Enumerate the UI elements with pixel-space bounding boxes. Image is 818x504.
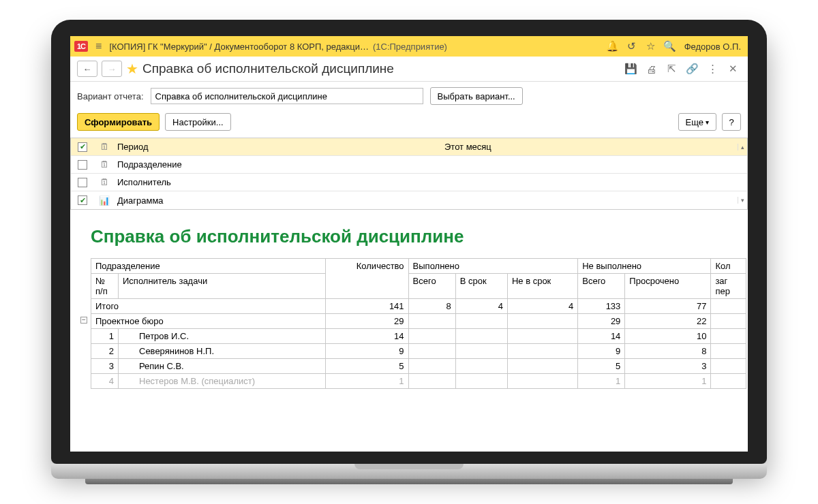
- forward-button: →: [102, 61, 122, 77]
- report-title: Справка об исполнительской дисциплине: [91, 222, 746, 258]
- window-subtitle: (1С:Предприятие): [373, 42, 447, 52]
- menu-icon[interactable]: ≡: [92, 40, 105, 52]
- filter-name: Исполнитель: [115, 177, 444, 187]
- scroll-up-icon[interactable]: ▴: [738, 144, 747, 151]
- variant-label: Вариант отчета:: [77, 91, 144, 101]
- search-icon[interactable]: 🔍: [663, 40, 678, 52]
- favorite-star-icon[interactable]: ★: [126, 61, 138, 77]
- app-window: 1C ≡ [КОПИЯ] ГК "Меркурий" / Документооб…: [70, 36, 748, 452]
- checkbox[interactable]: [78, 160, 87, 170]
- title-bar: 1C ≡ [КОПИЯ] ГК "Меркурий" / Документооб…: [70, 36, 748, 57]
- link-icon[interactable]: 🔗: [684, 63, 700, 75]
- scroll-down-icon[interactable]: ▾: [738, 197, 747, 204]
- table-row[interactable]: 3 Репин С.В. 5 5 3: [91, 359, 746, 374]
- window-title: [КОПИЯ] ГК "Меркурий" / Документооборот …: [109, 42, 369, 52]
- choose-variant-button[interactable]: Выбрать вариант...: [430, 87, 523, 105]
- laptop-foot: [85, 479, 733, 484]
- form-button[interactable]: Сформировать: [77, 113, 160, 131]
- laptop-frame: 1C ≡ [КОПИЯ] ГК "Меркурий" / Документооб…: [51, 20, 767, 484]
- checkbox[interactable]: ✔: [78, 142, 87, 152]
- filter-value: Этот месяц: [444, 142, 738, 152]
- variant-row: Вариант отчета: Выбрать вариант...: [70, 82, 748, 110]
- checkbox[interactable]: ✔: [78, 195, 87, 205]
- checkbox[interactable]: [78, 178, 87, 187]
- more-button[interactable]: Еще ▾: [678, 113, 716, 131]
- filter-name: Диаграмма: [115, 195, 444, 206]
- settings-button[interactable]: Настройки...: [165, 113, 231, 131]
- logo-1c: 1C: [74, 41, 88, 52]
- more-icon[interactable]: ⋮: [704, 63, 721, 75]
- page-title: Справка об исполнительской дисциплине: [142, 61, 394, 76]
- calendar-icon: 🗓: [94, 142, 115, 152]
- calendar-icon: 🗓: [94, 177, 115, 187]
- table-row[interactable]: 2 Северянинов Н.П. 9 9 8: [91, 344, 746, 359]
- bell-icon[interactable]: 🔔: [605, 40, 620, 52]
- filter-name: Подразделение: [115, 159, 444, 170]
- action-row: Сформировать Настройки... Еще ▾ ?: [70, 110, 748, 138]
- star-icon[interactable]: ☆: [643, 40, 658, 52]
- collapse-icon[interactable]: −: [80, 317, 87, 324]
- screen-bezel: 1C ≡ [КОПИЯ] ГК "Меркурий" / Документооб…: [51, 20, 767, 464]
- close-icon[interactable]: ✕: [725, 63, 741, 75]
- table-row[interactable]: 1 Петров И.С. 14 14 10: [91, 329, 746, 344]
- variant-input[interactable]: [151, 88, 423, 104]
- print-icon[interactable]: 🖨: [643, 63, 659, 75]
- filter-row-department[interactable]: 🗓 Подразделение: [71, 156, 747, 174]
- chevron-down-icon: ▾: [706, 119, 709, 126]
- user-name[interactable]: Федоров О.П.: [682, 42, 744, 52]
- filter-row-diagram[interactable]: ✔ 📊 Диаграмма ▾: [71, 191, 747, 209]
- table-group-row[interactable]: −Проектное бюро 29 29 22: [91, 314, 746, 329]
- filters-panel: ✔ 🗓 Период Этот месяц ▴ 🗓 Подразделение …: [70, 138, 748, 210]
- laptop-base: [51, 464, 767, 479]
- chart-icon: 📊: [94, 195, 115, 206]
- back-button[interactable]: ←: [77, 61, 97, 77]
- table-header-row: № п/п Исполнитель задачи Всего В срок Не…: [91, 274, 746, 299]
- save-icon[interactable]: 💾: [622, 63, 639, 75]
- history-icon[interactable]: ↺: [624, 40, 639, 52]
- table-totals-row: Итого 141 8 4 4 133 77: [91, 299, 746, 314]
- page-toolbar: ← → ★ Справка об исполнительской дисципл…: [70, 57, 748, 82]
- report-table: Подразделение Количество Выполнено Не вы…: [91, 258, 746, 389]
- filter-row-period[interactable]: ✔ 🗓 Период Этот месяц ▴: [71, 138, 747, 156]
- help-button[interactable]: ?: [722, 113, 741, 131]
- filter-row-executor[interactable]: 🗓 Исполнитель: [71, 174, 747, 191]
- calendar-icon: 🗓: [94, 159, 115, 170]
- export-icon[interactable]: ⇱: [663, 63, 680, 75]
- report-area: Справка об исполнительской дисциплине По…: [70, 214, 748, 452]
- filter-name: Период: [115, 142, 444, 152]
- table-row[interactable]: 4 Нестеров М.В. (специалист) 1 1 1: [91, 374, 746, 389]
- table-header-row: Подразделение Количество Выполнено Не вы…: [91, 259, 746, 274]
